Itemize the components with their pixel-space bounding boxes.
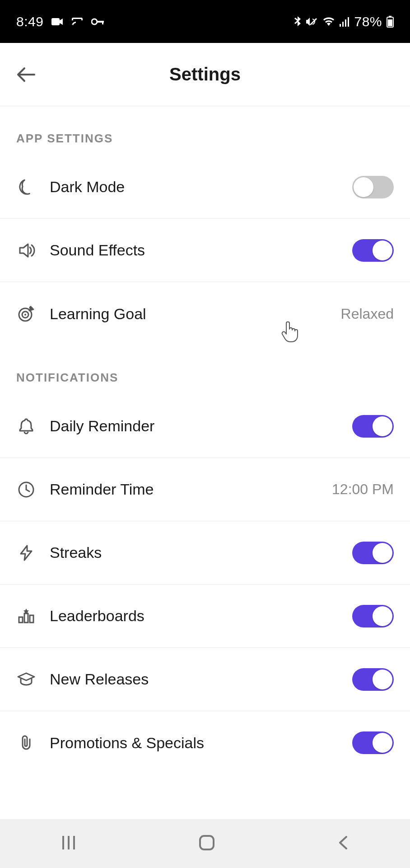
back-button[interactable] xyxy=(13,61,40,88)
learning-goal-value: Relaxed xyxy=(341,306,394,322)
nav-home-button[interactable] xyxy=(198,834,215,853)
daily-reminder-toggle[interactable] xyxy=(352,415,394,438)
daily-reminder-label: Daily Reminder xyxy=(50,417,339,435)
svg-rect-5 xyxy=(342,22,344,27)
svg-rect-17 xyxy=(30,615,33,623)
nav-recent-button[interactable] xyxy=(61,835,76,852)
arrow-left-icon xyxy=(16,66,36,83)
dark-mode-label: Dark Mode xyxy=(50,178,339,196)
svg-rect-21 xyxy=(200,836,214,849)
svg-rect-16 xyxy=(24,613,28,623)
app-header: Settings xyxy=(0,43,410,106)
svg-rect-10 xyxy=(388,19,392,26)
svg-rect-7 xyxy=(348,17,349,27)
svg-point-13 xyxy=(24,314,26,316)
row-daily-reminder[interactable]: Daily Reminder xyxy=(0,395,410,458)
learning-goal-label: Learning Goal xyxy=(50,305,327,323)
sound-effects-label: Sound Effects xyxy=(50,241,339,259)
section-header-notifications: NOTIFICATIONS xyxy=(0,345,410,395)
svg-rect-4 xyxy=(340,24,341,27)
svg-rect-3 xyxy=(102,21,103,24)
svg-rect-18 xyxy=(62,836,64,849)
row-sound-effects[interactable]: Sound Effects xyxy=(0,219,410,282)
wifi-icon xyxy=(322,17,335,27)
battery-icon xyxy=(387,16,394,28)
reminder-time-label: Reminder Time xyxy=(50,481,318,498)
row-new-releases[interactable]: New Releases xyxy=(0,648,410,711)
bluetooth-icon xyxy=(294,16,302,28)
bell-icon xyxy=(16,416,36,436)
row-learning-goal[interactable]: Learning Goal Relaxed xyxy=(0,282,410,345)
svg-rect-20 xyxy=(73,836,75,849)
leaderboard-icon xyxy=(16,606,36,626)
section-header-app-settings: APP SETTINGS xyxy=(0,106,410,156)
status-time: 8:49 xyxy=(16,14,43,29)
svg-rect-0 xyxy=(51,18,60,25)
page-title: Settings xyxy=(0,64,410,85)
cast-icon xyxy=(71,17,83,27)
bolt-icon xyxy=(16,543,36,563)
camera-icon xyxy=(51,17,63,26)
row-streaks[interactable]: Streaks xyxy=(0,521,410,585)
new-releases-toggle[interactable] xyxy=(352,668,394,691)
nav-back-button[interactable] xyxy=(337,834,349,853)
svg-point-1 xyxy=(92,19,97,24)
row-promotions[interactable]: Promotions & Specials xyxy=(0,711,410,774)
battery-percent: 78% xyxy=(354,14,382,29)
new-releases-label: New Releases xyxy=(50,670,339,688)
row-dark-mode[interactable]: Dark Mode xyxy=(0,156,410,219)
promotions-toggle[interactable] xyxy=(352,731,394,754)
graduation-cap-icon xyxy=(16,670,36,689)
svg-rect-6 xyxy=(345,19,346,27)
row-leaderboards[interactable]: Leaderboards xyxy=(0,585,410,648)
promotions-label: Promotions & Specials xyxy=(50,734,339,752)
speaker-icon xyxy=(16,241,36,260)
dark-mode-toggle[interactable] xyxy=(352,176,394,198)
leaderboards-label: Leaderboards xyxy=(50,607,339,625)
row-reminder-time[interactable]: Reminder Time 12:00 PM xyxy=(0,458,410,521)
streaks-toggle[interactable] xyxy=(352,542,394,564)
clock-icon xyxy=(16,480,36,500)
android-status-bar: 8:49 78% xyxy=(0,0,410,43)
target-icon xyxy=(16,304,36,324)
moon-icon xyxy=(16,177,36,197)
svg-rect-19 xyxy=(68,836,70,849)
signal-icon xyxy=(340,17,349,27)
streaks-label: Streaks xyxy=(50,544,339,561)
svg-rect-15 xyxy=(19,617,23,623)
vpn-key-icon xyxy=(91,18,105,25)
reminder-time-value: 12:00 PM xyxy=(332,481,394,498)
vibrate-mute-icon xyxy=(306,16,318,27)
android-nav-bar xyxy=(0,819,410,868)
sound-effects-toggle[interactable] xyxy=(352,239,394,262)
attachment-icon xyxy=(16,733,36,753)
leaderboards-toggle[interactable] xyxy=(352,605,394,627)
